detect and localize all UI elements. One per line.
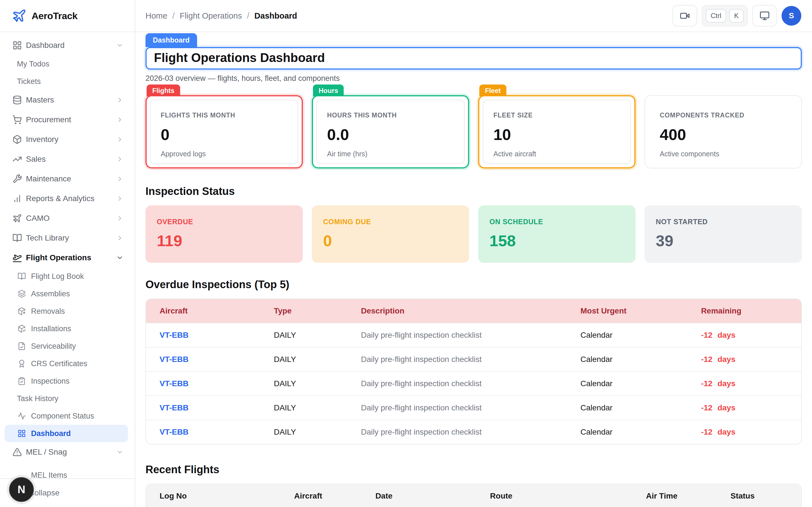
sidebar-item-camo[interactable]: CAMO xyxy=(4,209,128,228)
sidebar-item-maintenance[interactable]: Maintenance xyxy=(4,169,128,189)
award-icon xyxy=(17,359,26,368)
chevron-down-icon xyxy=(116,254,123,262)
breadcrumb-flight-operations[interactable]: Flight Operations xyxy=(180,11,242,20)
sidebar-item-label: Dashboard xyxy=(31,429,71,438)
column-header-aircraft: Aircraft xyxy=(146,299,274,323)
breadcrumb-home[interactable]: Home xyxy=(146,11,167,20)
activity-icon xyxy=(17,412,26,420)
app-logo: AeroTrack xyxy=(0,0,135,32)
sidebar-item-reports-analytics[interactable]: Reports & Analytics xyxy=(4,189,128,209)
tile-label: OVERDUE xyxy=(157,218,292,226)
column-header-air-time: Air Time xyxy=(646,484,730,507)
stat-card-body: HOURS THIS MONTH 0.0 Air time (hrs) xyxy=(316,100,465,164)
remaining-cell: -12 days xyxy=(701,372,801,395)
table-row: VT-EBB DAILY Daily pre-flight inspection… xyxy=(146,395,801,420)
sidebar-item-label: Removals xyxy=(31,307,65,316)
type-cell: DAILY xyxy=(274,348,361,371)
sidebar-item-flight-operations[interactable]: Flight Operations xyxy=(4,248,128,268)
table-header-row: Aircraft Type Description Most Urgent Re… xyxy=(146,299,801,323)
sidebar-item-inventory[interactable]: Inventory xyxy=(4,129,128,149)
sidebar-item-assemblies[interactable]: Assemblies xyxy=(4,285,128,302)
sidebar-item-sales[interactable]: Sales xyxy=(4,149,128,169)
sidebar-item-serviceability[interactable]: Serviceability xyxy=(4,337,128,355)
description-cell: Daily pre-flight inspection checklist xyxy=(361,420,580,444)
column-header-route: Route xyxy=(490,484,646,507)
table-row: VT-EBB DAILY Daily pre-flight inspection… xyxy=(146,420,801,444)
stat-label: HOURS THIS MONTH xyxy=(327,112,454,119)
display-button[interactable] xyxy=(752,5,777,26)
sidebar-item-procurement[interactable]: Procurement xyxy=(4,110,128,129)
stat-subtext: Active aircraft xyxy=(493,150,620,158)
sidebar-item-label: CAMO xyxy=(26,214,50,223)
bar-chart-icon xyxy=(12,194,22,203)
database-icon xyxy=(12,95,22,105)
aircraft-link[interactable]: VT-EBB xyxy=(146,372,274,395)
tile-on-schedule: ON SCHEDULE 158 xyxy=(478,205,636,263)
recent-flights-table: Log No Aircraft Date Route Air Time Stat… xyxy=(146,484,802,507)
aircraft-link[interactable]: VT-EBB xyxy=(146,348,274,371)
table-row: VT-EBB DAILY Daily pre-flight inspection… xyxy=(146,323,801,347)
package-icon xyxy=(12,135,22,144)
ctrl-keycap: Ctrl xyxy=(706,9,726,22)
most-urgent-cell: Calendar xyxy=(580,372,701,395)
description-cell: Daily pre-flight inspection checklist xyxy=(361,372,580,395)
stat-value: 0.0 xyxy=(327,125,454,144)
sidebar-item-label: CRS Certificates xyxy=(31,359,87,368)
sidebar-item-dashboard-group[interactable]: Dashboard xyxy=(4,36,128,55)
sidebar-item-label: Tech Library xyxy=(26,233,69,242)
screen-record-button[interactable] xyxy=(672,5,697,26)
stat-label: FLEET SIZE xyxy=(493,112,620,119)
aircraft-link[interactable]: VT-EBB xyxy=(146,420,274,444)
aircraft-link[interactable]: VT-EBB xyxy=(146,323,274,347)
sidebar-item-crs-certificates[interactable]: CRS Certificates xyxy=(4,355,128,372)
clipboard-check-icon xyxy=(17,377,26,385)
sidebar-item-component-status[interactable]: Component Status xyxy=(4,407,128,425)
stat-card-body: FLIGHTS THIS MONTH 0 Approved logs xyxy=(150,100,298,164)
sidebar-item-label: MEL / Snag xyxy=(26,448,67,457)
sidebar-item-tech-library[interactable]: Tech Library xyxy=(4,228,128,248)
chevron-right-icon xyxy=(116,175,123,182)
dev-tools-badge[interactable]: N xyxy=(9,477,34,502)
stat-cards-row: Flights FLIGHTS THIS MONTH 0 Approved lo… xyxy=(146,95,802,168)
sidebar-item-masters[interactable]: Masters xyxy=(4,90,128,110)
sidebar-item-task-history[interactable]: Task History xyxy=(4,390,128,407)
page-title-input[interactable] xyxy=(146,47,802,69)
wrench-icon xyxy=(12,174,22,184)
column-header-date: Date xyxy=(375,484,490,507)
sidebar-item-mel-snag[interactable]: MEL / Snag xyxy=(4,442,128,462)
page-content: Dashboard 2026-03 overview — flights, ho… xyxy=(135,32,812,507)
chevron-right-icon xyxy=(116,195,123,202)
command-palette-shortcut[interactable]: Ctrl K xyxy=(702,5,748,26)
sidebar-item-removals[interactable]: Removals xyxy=(4,302,128,320)
stat-card-flights: Flights FLIGHTS THIS MONTH 0 Approved lo… xyxy=(146,95,303,168)
sidebar-item-dashboard-active[interactable]: Dashboard xyxy=(4,425,128,442)
chevron-right-icon xyxy=(116,215,123,222)
sidebar-item-flight-log-book[interactable]: Flight Log Book xyxy=(4,268,128,285)
topbar-actions: Ctrl K S xyxy=(672,5,801,26)
chevron-right-icon xyxy=(116,234,123,242)
sidebar-item-mel-items[interactable]: MEL Items xyxy=(4,466,128,478)
plane-icon xyxy=(12,214,22,223)
sidebar-item-my-todos[interactable]: My Todos xyxy=(4,55,128,73)
trending-up-icon xyxy=(12,154,22,164)
sidebar-item-inspections[interactable]: Inspections xyxy=(4,372,128,390)
stat-subtext: Active components xyxy=(660,150,786,158)
stat-card-fleet: Fleet FLEET SIZE 10 Active aircraft xyxy=(478,95,636,168)
user-avatar[interactable]: S xyxy=(781,6,801,25)
sidebar-item-tickets[interactable]: Tickets xyxy=(4,73,128,90)
breadcrumb-separator: / xyxy=(247,11,249,20)
stat-subtext: Air time (hrs) xyxy=(327,150,454,158)
stat-value: 0 xyxy=(161,125,288,144)
sidebar-item-label: Flight Log Book xyxy=(31,272,84,281)
sidebar-item-installations[interactable]: Installations xyxy=(4,320,128,337)
breadcrumb-dashboard: Dashboard xyxy=(254,11,297,20)
aircraft-link[interactable]: VT-EBB xyxy=(146,396,274,420)
alert-triangle-icon xyxy=(12,447,22,457)
plane-logo-icon xyxy=(12,8,27,23)
stat-card-body: COMPONENTS TRACKED 400 Active components xyxy=(649,100,797,164)
inspection-status-tiles: OVERDUE 119 COMING DUE 0 ON SCHEDULE 158… xyxy=(146,205,802,263)
remaining-cell: -12 days xyxy=(701,420,801,444)
sidebar-item-label: Task History xyxy=(17,394,58,403)
tile-coming-due: COMING DUE 0 xyxy=(312,205,469,263)
column-header-description: Description xyxy=(361,299,580,323)
